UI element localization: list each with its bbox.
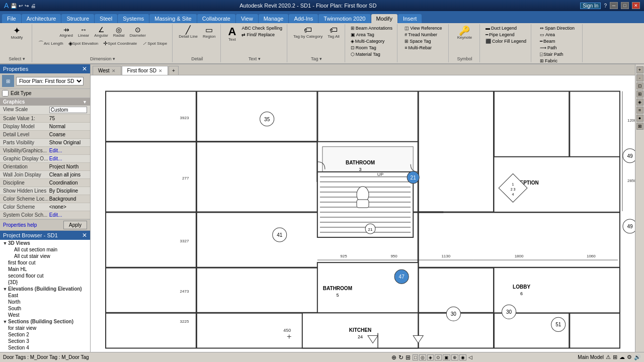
modify-tool-btn[interactable]: ✦ Modify <box>9 25 25 41</box>
tab-steel[interactable]: Steel <box>95 14 117 23</box>
scale-btn-5[interactable]: ▣ <box>443 354 450 360</box>
settings-icon[interactable]: ⚙ <box>627 354 632 360</box>
fit-view-btn[interactable]: ⊡ <box>636 82 643 89</box>
edit-type-checkbox[interactable] <box>2 90 9 97</box>
tag-all-btn[interactable]: 🏷 Tag All <box>326 25 342 40</box>
tab-west-close[interactable]: ✕ <box>112 68 116 73</box>
aligned-dim-btn[interactable]: ⇸ Aligned <box>57 25 75 39</box>
beam-annotations-btn[interactable]: ⊞ Beam Annotations <box>349 25 394 31</box>
speaker-icon[interactable]: 🔊 <box>634 354 641 360</box>
tree-item-allcut-main[interactable]: All cut section main <box>0 246 90 253</box>
workset-icon[interactable]: ⊞ <box>613 354 617 360</box>
angular-dim-btn[interactable]: ∠ Angular <box>92 25 110 39</box>
status-grid-icon[interactable]: ⊞ <box>406 354 411 361</box>
tree-item-south[interactable]: South <box>0 305 90 312</box>
spot-coord-btn[interactable]: ✛ Spot Coordinate <box>101 40 139 47</box>
scale-btn-2[interactable]: ◎ <box>419 354 426 360</box>
tree-item-west[interactable]: West <box>0 312 90 318</box>
tab-manage[interactable]: Manage <box>259 14 289 23</box>
status-sync-icon[interactable]: ↻ <box>398 354 404 361</box>
quick-access-undo[interactable]: ↩ <box>19 3 23 9</box>
tab-modify[interactable]: Modify <box>371 14 397 23</box>
tab-collaborate[interactable]: Collaborate <box>197 14 235 23</box>
text-btn[interactable]: A Text <box>225 25 239 43</box>
graphic-display-btn[interactable]: Edit... <box>49 156 87 161</box>
tree-item-elevations[interactable]: ▼ Elevations (Building Elevation) <box>0 286 90 292</box>
help-btn[interactable]: ? <box>604 3 607 9</box>
tree-item-3dviews[interactable]: ▼ 3D Views <box>0 240 90 246</box>
properties-close-btn[interactable]: ✕ <box>82 65 87 72</box>
quick-access-redo[interactable]: ↪ <box>25 3 29 9</box>
view-scale-value[interactable]: Custom <box>49 107 87 113</box>
multi-cat-btn[interactable]: ◈ Multi-Category <box>349 38 394 44</box>
multi-rebar-btn[interactable]: ≡ Multi-Rebar <box>403 45 443 51</box>
pipe-legend-btn[interactable]: ━ Pipe Legend <box>484 32 528 38</box>
tree-item-secondfloor-cut[interactable]: second floor cut <box>0 273 90 279</box>
floor-plan[interactable]: BATHROOM 3 RECEPTION BATHROOM 5 LOBBY 6 … <box>91 75 635 352</box>
tree-item-sections[interactable]: ▼ Sections (Building Section) <box>0 318 90 325</box>
region-btn[interactable]: ▭ Region <box>201 25 217 40</box>
scale-btn-3[interactable]: ◈ <box>427 354 434 360</box>
canvas-area[interactable]: West ✕ First floor SD ✕ + <box>91 64 635 352</box>
tree-item-firstfloor-cut[interactable]: first floor cut <box>0 259 90 266</box>
sign-in-btn[interactable]: Sign In <box>580 3 601 9</box>
tree-item-mainhl[interactable]: Main HL <box>0 266 90 273</box>
diameter-dim-btn[interactable]: ⊙ Diameter <box>128 25 148 39</box>
tag-by-category-btn[interactable]: 🏷 Tag by Category <box>291 25 325 40</box>
vis-graphics-btn[interactable]: Edit... <box>49 148 87 153</box>
check-spelling-btn[interactable]: ABC Check Spelling <box>240 25 284 31</box>
spot-slope-btn[interactable]: ⟋ Spot Slope <box>140 40 169 47</box>
duct-legend-btn[interactable]: ▬ Duct Legend <box>484 25 528 31</box>
close-btn[interactable]: ✕ <box>632 2 640 9</box>
tab-architecture[interactable]: Architecture <box>22 14 61 23</box>
beam-btn[interactable]: ━ Beam <box>538 38 576 44</box>
color-fill-legend-btn[interactable]: ⬛ Color Fill Legend <box>484 38 528 44</box>
keynote-btn[interactable]: 🔑 Keynote <box>455 25 474 41</box>
tab-insert[interactable]: Insert <box>398 14 422 23</box>
area-btn[interactable]: ▭ Area <box>538 32 576 38</box>
tab-firstfloor[interactable]: First floor SD ✕ <box>122 66 168 75</box>
graphics-section-header[interactable]: Graphics ▼ <box>0 98 90 106</box>
tab-twinmotion[interactable]: Twinmotion 2020 <box>318 14 370 23</box>
tree-item-3d[interactable]: {3D} <box>0 279 90 286</box>
tab-file[interactable]: File <box>2 14 21 23</box>
3d-view-btn[interactable]: ◈ <box>636 99 643 106</box>
thin-lines-btn[interactable]: ≡ <box>636 107 643 114</box>
path-btn[interactable]: ⟿ Path <box>538 45 576 51</box>
tree-item-section3[interactable]: Section 3 <box>0 338 90 344</box>
space-tag-btn[interactable]: ⊞ Space Tag <box>403 38 443 44</box>
floor-plan-type-select[interactable]: Floor Plan: First floor SD <box>16 77 84 85</box>
properties-help-link[interactable]: Properties help <box>3 222 37 228</box>
tab-systems[interactable]: Systems <box>118 14 149 23</box>
zoom-out-btn[interactable]: - <box>636 74 643 81</box>
tab-west[interactable]: West ✕ <box>93 66 121 75</box>
warning-icon[interactable]: ⚠ <box>606 354 611 360</box>
tab-view[interactable]: View <box>236 14 258 23</box>
tab-structure[interactable]: Structure <box>61 14 94 23</box>
cloud-icon[interactable]: ☁ <box>619 354 625 360</box>
maximize-btn[interactable]: □ <box>621 2 629 9</box>
scale-btn-4[interactable]: ⊙ <box>435 354 442 360</box>
tree-item-section5[interactable]: Section 5 <box>0 351 90 352</box>
scale-btn-1[interactable]: □ <box>413 354 418 360</box>
tree-item-allcut-stair[interactable]: All cut stair view <box>0 253 90 259</box>
radial-dim-btn[interactable]: ◎ Radial <box>111 25 127 39</box>
tree-item-east[interactable]: East <box>0 292 90 299</box>
tree-item-section4[interactable]: Section 4 <box>0 344 90 351</box>
material-tag-btn[interactable]: ⬡ Material Tag <box>349 51 394 57</box>
find-replace-btn[interactable]: ⇄ Find/ Replace <box>240 32 284 38</box>
tab-firstfloor-close[interactable]: ✕ <box>158 68 163 73</box>
fabric-btn[interactable]: ⊞ Fabric <box>538 58 576 64</box>
quick-access-print[interactable]: 🖨 <box>31 3 36 9</box>
scale-btn-6[interactable]: ⊕ <box>451 354 458 360</box>
stair-path-btn[interactable]: ⌺ Stair Path <box>538 51 576 57</box>
tree-item-stairview[interactable]: for stair view <box>0 325 90 331</box>
room-tag-btn[interactable]: ⊡ Room Tag <box>349 45 394 51</box>
quick-access-save[interactable]: 💾 <box>11 3 17 9</box>
crop-btn[interactable]: ⊠ <box>636 123 643 130</box>
arc-length-btn[interactable]: ⌒ Arc Length <box>36 40 65 47</box>
tab-massing[interactable]: Massing & Site <box>149 14 196 23</box>
scale-btn-7[interactable]: ◉ <box>459 354 466 360</box>
spot-elevation-btn[interactable]: ◈ Spot Elevation <box>66 40 101 47</box>
zoom-in-btn[interactable]: + <box>636 66 643 73</box>
